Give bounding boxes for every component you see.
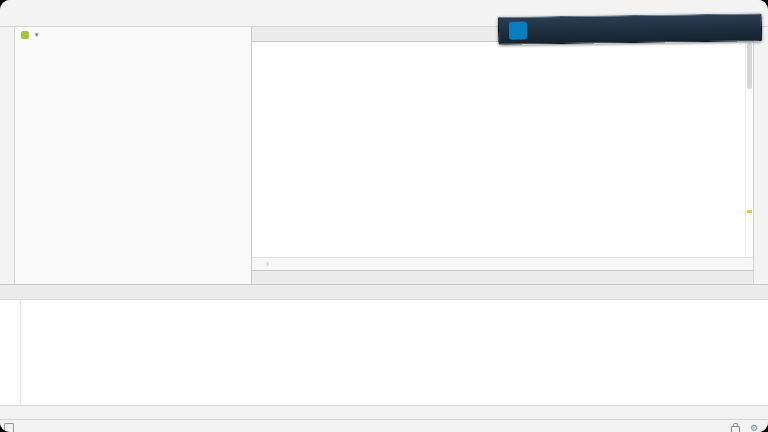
build-toolbar bbox=[0, 300, 21, 405]
project-panel-header: ▾ bbox=[15, 27, 251, 43]
toolwindow-toggle-icon[interactable] bbox=[4, 423, 14, 432]
build-panel-header bbox=[0, 285, 768, 300]
menu-bar bbox=[0, 0, 768, 11]
linkedin-icon bbox=[509, 21, 527, 39]
chevron-down-icon: ▾ bbox=[35, 31, 39, 39]
breadcrumb-separator: › bbox=[266, 259, 269, 269]
warning-stripe-mark bbox=[747, 210, 752, 213]
project-tree bbox=[15, 43, 251, 284]
android-icon bbox=[21, 31, 29, 39]
left-tool-strip bbox=[0, 27, 15, 284]
right-tool-strip bbox=[753, 27, 768, 284]
linkedin-banner bbox=[498, 13, 762, 45]
gear-icon[interactable]: ⚙ bbox=[750, 423, 758, 432]
build-output-tree bbox=[21, 300, 768, 405]
editor-scrollbar[interactable] bbox=[745, 42, 753, 257]
xml-breadcrumbs: › bbox=[252, 257, 753, 270]
tool-window-bar bbox=[0, 405, 768, 419]
editor: › bbox=[252, 27, 753, 284]
build-panel bbox=[0, 284, 768, 405]
project-panel: ▾ bbox=[15, 27, 252, 284]
android-studio-window: ▾ › bbox=[0, 0, 768, 432]
code-editor[interactable] bbox=[252, 42, 753, 257]
scrollbar-thumb[interactable] bbox=[747, 43, 752, 89]
status-bar: ⚙ bbox=[0, 419, 768, 432]
editor-mode-tabs bbox=[252, 270, 753, 284]
lock-icon[interactable] bbox=[731, 426, 740, 432]
